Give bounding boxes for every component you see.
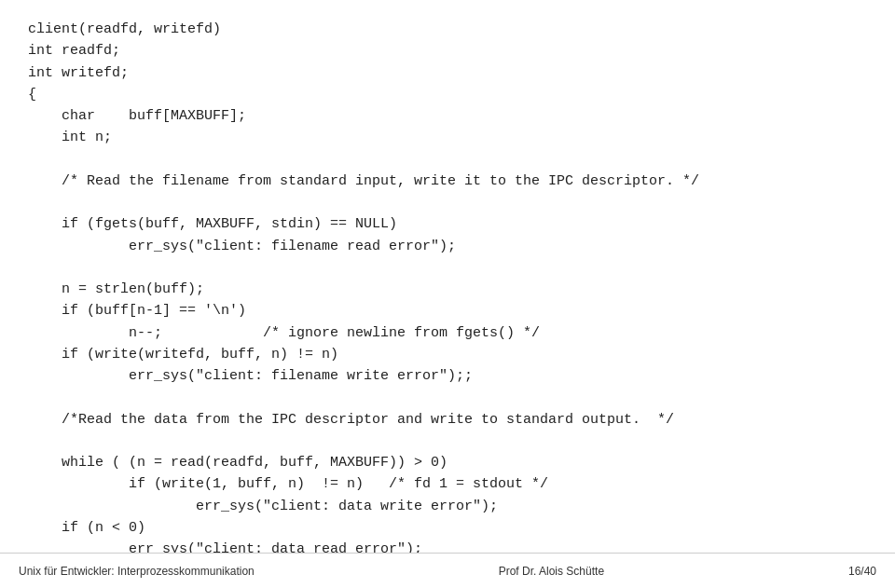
footer: Unix für Entwickler: Interprozesskommuni… <box>0 553 895 588</box>
main-content: client(readfd, writefd) int readfd; int … <box>0 0 895 553</box>
footer-course-title: Unix für Entwickler: Interprozesskommuni… <box>19 565 255 578</box>
footer-professor: Prof Dr. Alois Schütte <box>499 565 604 578</box>
footer-page-number: 16/40 <box>848 565 876 578</box>
code-display: client(readfd, writefd) int readfd; int … <box>28 19 867 553</box>
